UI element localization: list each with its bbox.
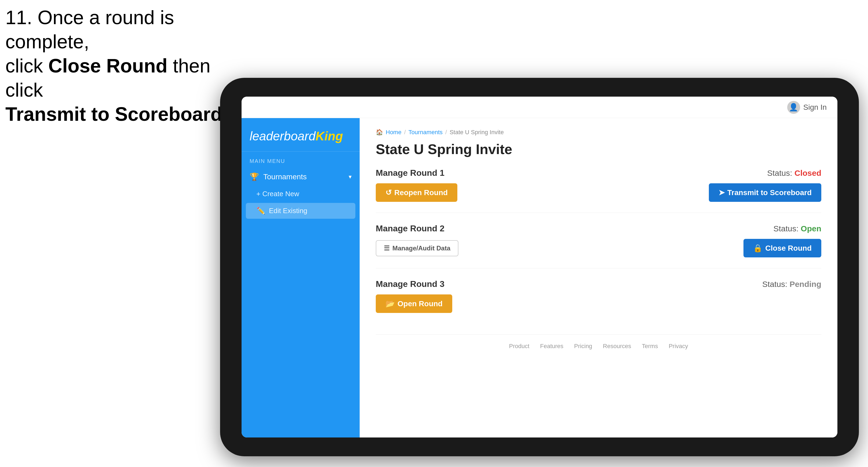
round-1-status-value: Closed [795, 168, 821, 178]
footer-terms[interactable]: Terms [642, 343, 658, 350]
app-layout: leaderboardKing MAIN MENU 🏆 Tournaments … [242, 118, 837, 437]
sidebar: leaderboardKing MAIN MENU 🏆 Tournaments … [242, 118, 360, 437]
trophy-icon: 🏆 [250, 172, 259, 181]
audit-icon: ☰ [384, 245, 390, 252]
round-1-title: Manage Round 1 [376, 168, 444, 178]
sidebar-item-create-new[interactable]: + Create New [242, 186, 360, 202]
tablet-screen: 👤 Sign In leaderboardKing MAIN MENU 🏆 To… [242, 97, 837, 437]
round-3-actions: 📂 Open Round [376, 294, 821, 313]
round-2-actions: ☰ Manage/Audit Data 🔒 Close Round [376, 239, 821, 257]
round-3-title: Manage Round 3 [376, 279, 444, 289]
logo: leaderboardKing [250, 129, 351, 143]
footer: Product Features Pricing Resources Terms… [376, 335, 821, 358]
footer-privacy[interactable]: Privacy [669, 343, 688, 350]
round-2-title: Manage Round 2 [376, 224, 444, 234]
open-round-button[interactable]: 📂 Open Round [376, 294, 452, 313]
page-title: State U Spring Invite [376, 141, 821, 157]
round-2-status: Status: Open [774, 224, 821, 233]
breadcrumb: 🏠 Home / Tournaments / State U Spring In… [376, 129, 821, 136]
round-3-section: Manage Round 3 Status: Pending 📂 Open Ro… [376, 279, 821, 324]
home-icon: 🏠 [376, 129, 383, 136]
open-icon: 📂 [385, 299, 395, 308]
round-3-status: Status: Pending [762, 280, 821, 289]
footer-resources[interactable]: Resources [603, 343, 631, 350]
user-avatar: 👤 [787, 101, 800, 114]
sign-in-label[interactable]: Sign In [803, 103, 827, 112]
round-3-header: Manage Round 3 Status: Pending [376, 279, 821, 289]
top-bar: 👤 Sign In [242, 97, 837, 118]
breadcrumb-tournaments[interactable]: Tournaments [408, 129, 442, 136]
round-2-section: Manage Round 2 Status: Open ☰ Manage/Aud… [376, 224, 821, 269]
round-2-header: Manage Round 2 Status: Open [376, 224, 821, 234]
logo-area: leaderboardKing [242, 118, 360, 152]
chevron-down-icon: ▾ [349, 174, 351, 180]
round-2-status-value: Open [801, 224, 821, 233]
edit-icon: ✏️ [256, 207, 265, 215]
breadcrumb-home[interactable]: Home [386, 129, 402, 136]
footer-features[interactable]: Features [540, 343, 563, 350]
footer-product[interactable]: Product [509, 343, 529, 350]
lock-icon: 🔒 [753, 244, 763, 253]
round-1-status: Status: Closed [767, 168, 821, 178]
reopen-round-button[interactable]: ↺ Reopen Round [376, 183, 457, 202]
round-1-header: Manage Round 1 Status: Closed [376, 168, 821, 178]
sign-in-area[interactable]: 👤 Sign In [787, 101, 827, 114]
sidebar-item-edit-existing[interactable]: ✏️ Edit Existing [246, 203, 355, 219]
instruction-text: 11. Once a round is complete, click Clos… [5, 5, 247, 126]
footer-pricing[interactable]: Pricing [574, 343, 592, 350]
round-1-actions: ↺ Reopen Round ➤ Transmit to Scoreboard [376, 183, 821, 202]
main-content: 🏠 Home / Tournaments / State U Spring In… [360, 118, 837, 437]
manage-audit-button[interactable]: ☰ Manage/Audit Data [376, 240, 458, 256]
round-1-section: Manage Round 1 Status: Closed ↺ Reopen R… [376, 168, 821, 213]
sidebar-item-tournaments[interactable]: 🏆 Tournaments ▾ [242, 167, 360, 186]
close-round-button[interactable]: 🔒 Close Round [743, 239, 821, 257]
round-3-status-value: Pending [789, 280, 821, 288]
main-menu-label: MAIN MENU [242, 152, 360, 167]
transmit-scoreboard-button[interactable]: ➤ Transmit to Scoreboard [709, 183, 821, 202]
reopen-icon: ↺ [385, 188, 392, 197]
transmit-icon: ➤ [718, 188, 725, 197]
breadcrumb-current: State U Spring Invite [450, 129, 504, 136]
tablet-frame: 👤 Sign In leaderboardKing MAIN MENU 🏆 To… [220, 78, 859, 456]
